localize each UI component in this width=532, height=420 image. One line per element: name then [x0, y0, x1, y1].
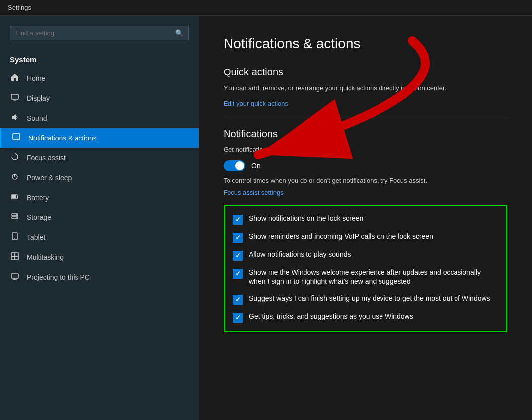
quick-actions-desc: You can add, remove, or rearrange your q… — [224, 84, 507, 93]
svg-rect-8 — [17, 196, 18, 198]
sidebar-item-label-tablet: Tablet — [27, 233, 45, 241]
checkbox-tips[interactable]: ✓ — [233, 313, 243, 323]
checkbox-lock-screen[interactable]: ✓ — [233, 215, 243, 225]
svg-rect-3 — [13, 134, 20, 139]
divider-1 — [224, 118, 507, 118]
checkbox-row-lock-screen: ✓Show notifications on the lock screen — [233, 214, 498, 225]
home-icon — [10, 73, 20, 83]
sidebar-item-multitasking[interactable]: Multitasking — [0, 247, 199, 267]
title-bar: Settings — [0, 0, 532, 16]
checkbox-row-sounds: ✓Allow notifications to play sounds — [233, 250, 498, 261]
checkbox-label-sounds: Allow notifications to play sounds — [249, 250, 351, 260]
sidebar-item-label-projecting: Projecting to this PC — [27, 273, 90, 281]
main-content: Notifications & actions Quick actions Yo… — [199, 16, 532, 352]
sidebar: 🔍 System HomeDisplaySoundNotifications &… — [0, 16, 199, 420]
projecting-icon — [10, 272, 20, 282]
svg-rect-16 — [11, 253, 15, 256]
sound-icon — [10, 113, 20, 123]
checkbox-label-voip: Show reminders and incoming VoIP calls o… — [249, 232, 433, 242]
search-input[interactable] — [15, 29, 173, 37]
battery-icon — [10, 193, 20, 203]
storage-icon — [10, 212, 20, 222]
svg-rect-17 — [15, 253, 18, 256]
sidebar-item-focus[interactable]: Focus assist — [0, 148, 199, 168]
app-title: Settings — [8, 4, 31, 11]
toggle-row: On — [224, 160, 507, 171]
sidebar-item-storage[interactable]: Storage — [0, 208, 199, 227]
toggle-state-label: On — [251, 162, 261, 170]
sidebar-item-label-battery: Battery — [27, 194, 49, 202]
search-box[interactable]: 🔍 — [10, 26, 189, 40]
sidebar-item-label-power: Power & sleep — [27, 174, 72, 182]
sidebar-item-label-sound: Sound — [27, 114, 47, 122]
svg-rect-0 — [11, 94, 18, 99]
focus-icon — [10, 153, 20, 163]
sidebar-item-battery[interactable]: Battery — [0, 188, 199, 208]
checkbox-welcome[interactable]: ✓ — [233, 269, 243, 279]
sidebar-item-power[interactable]: Power & sleep — [0, 168, 199, 188]
page-title: Notifications & actions — [224, 36, 507, 52]
multitasking-icon — [10, 252, 20, 262]
checkbox-label-tips: Get tips, tricks, and suggestions as you… — [249, 312, 413, 322]
quick-actions-section: Quick actions You can add, remove, or re… — [224, 67, 507, 108]
focus-assist-link[interactable]: Focus assist settings — [224, 189, 284, 196]
edit-quick-actions-link[interactable]: Edit your quick actions — [224, 100, 288, 107]
checkbox-sounds[interactable]: ✓ — [233, 251, 243, 261]
checkbox-suggest[interactable]: ✓ — [233, 295, 243, 305]
svg-rect-9 — [12, 195, 16, 198]
svg-marker-2 — [12, 114, 16, 120]
quick-actions-title: Quick actions — [224, 67, 507, 78]
checkbox-row-tips: ✓Get tips, tricks, and suggestions as yo… — [233, 312, 498, 323]
checkbox-label-suggest: Suggest ways I can finish setting up my … — [249, 294, 490, 304]
sidebar-item-label-multitasking: Multitasking — [27, 253, 64, 261]
nav-items: HomeDisplaySoundNotifications & actionsF… — [0, 69, 199, 420]
notifications-icon — [11, 133, 21, 143]
notifications-title: Notifications — [224, 128, 507, 140]
get-notifications-label: Get notifications from apps and other s — [224, 145, 507, 154]
sidebar-item-projecting[interactable]: Projecting to this PC — [0, 267, 199, 287]
sidebar-item-label-focus: Focus assist — [27, 154, 66, 162]
sidebar-item-tablet[interactable]: Tablet — [0, 227, 199, 247]
checkbox-voip[interactable]: ✓ — [233, 233, 243, 243]
system-label: System — [0, 55, 199, 69]
main-wrapper: Notifications & actions Quick actions Yo… — [199, 16, 532, 420]
sidebar-header: 🔍 — [0, 16, 199, 55]
sidebar-item-label-home: Home — [27, 74, 45, 82]
tablet-icon — [10, 232, 20, 242]
sidebar-item-label-notifications: Notifications & actions — [28, 134, 97, 142]
display-icon — [10, 93, 20, 103]
sidebar-item-label-display: Display — [27, 94, 50, 102]
checkbox-row-suggest: ✓Suggest ways I can finish setting up my… — [233, 294, 498, 305]
sidebar-item-sound[interactable]: Sound — [0, 108, 199, 128]
svg-point-12 — [16, 214, 17, 215]
checkbox-label-lock-screen: Show notifications on the lock screen — [249, 214, 363, 224]
toggle-knob — [235, 161, 244, 170]
notifications-section: Notifications Get notifications from app… — [224, 128, 507, 332]
svg-rect-19 — [15, 256, 18, 260]
checkbox-row-voip: ✓Show reminders and incoming VoIP calls … — [233, 232, 498, 243]
sidebar-item-notifications[interactable]: Notifications & actions — [0, 128, 199, 148]
sidebar-item-display[interactable]: Display — [0, 88, 199, 108]
search-icon: 🔍 — [175, 29, 183, 37]
notifications-toggle[interactable] — [224, 160, 245, 171]
sidebar-item-home[interactable]: Home — [0, 69, 199, 88]
power-icon — [10, 173, 20, 183]
checkbox-row-welcome: ✓Show me the Windows welcome experience … — [233, 268, 498, 287]
svg-rect-18 — [11, 256, 15, 260]
sidebar-item-label-storage: Storage — [27, 213, 51, 221]
svg-rect-1 — [13, 100, 16, 101]
checkbox-label-welcome: Show me the Windows welcome experience a… — [249, 268, 498, 287]
focus-assist-desc: To control times when you do or don't ge… — [224, 176, 507, 185]
svg-rect-20 — [11, 274, 18, 278]
svg-point-13 — [16, 217, 17, 218]
checkboxes-section: ✓Show notifications on the lock screen✓S… — [224, 205, 507, 332]
